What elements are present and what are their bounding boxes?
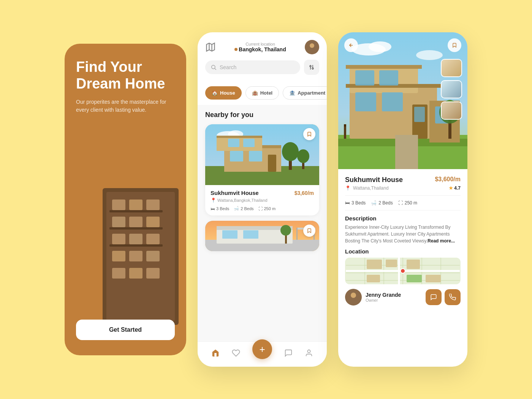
- stat-baths-1: 🛁 2 Beds: [234, 206, 253, 211]
- thumbnail-3-img: [442, 102, 461, 119]
- svg-rect-80: [382, 92, 403, 111]
- svg-rect-20: [109, 227, 128, 230]
- svg-rect-4: [146, 200, 160, 210]
- search-icon: [211, 64, 217, 70]
- save-property-2-button[interactable]: [303, 225, 315, 237]
- nav-favorites[interactable]: [232, 349, 240, 357]
- phone3-hero-image: [338, 32, 467, 169]
- svg-rect-46: [228, 139, 239, 147]
- p3-bath-icon: 🛁: [371, 200, 377, 206]
- property-card-2[interactable]: [205, 221, 319, 251]
- location-value: Bangkok, Thailand: [234, 46, 286, 52]
- owner-avatar-icon: [347, 290, 360, 304]
- p3-location-pin-icon: 📍: [345, 185, 351, 191]
- star-icon: ★: [449, 185, 453, 191]
- hotel-tab-label: Hotel: [260, 90, 273, 96]
- p3-title-row: Sukhumvit House $3,600/m: [345, 176, 461, 184]
- svg-rect-5: [112, 217, 125, 227]
- nav-messages[interactable]: [284, 349, 293, 357]
- size-icon: ⛶: [258, 206, 263, 211]
- svg-rect-50: [268, 155, 276, 172]
- bottom-nav: +: [198, 341, 327, 367]
- save-property-1-button[interactable]: [303, 128, 315, 140]
- svg-rect-16: [146, 268, 160, 279]
- call-owner-button[interactable]: [445, 289, 461, 305]
- svg-rect-103: [386, 260, 397, 267]
- thumbnail-1[interactable]: [441, 59, 462, 77]
- search-input[interactable]: Search: [205, 60, 300, 74]
- phone3-body: Sukhumvit House $3,600/m 📍 Wattana,Thail…: [338, 169, 467, 367]
- p3-description-title: Description: [345, 215, 461, 222]
- property-card-image-1: [205, 124, 319, 185]
- home-nav-icon: [211, 349, 220, 357]
- property-price-1: $3,60/m: [294, 190, 314, 196]
- location-label: Current location: [234, 42, 286, 46]
- svg-rect-12: [129, 251, 142, 261]
- thumbnail-3[interactable]: [441, 101, 462, 120]
- heart-nav-icon: [232, 349, 240, 357]
- svg-rect-102: [367, 260, 382, 269]
- svg-rect-17: [109, 210, 128, 212]
- chat-owner-button[interactable]: [426, 289, 442, 305]
- stat-size-1: ⛶ 250 m: [258, 206, 276, 211]
- svg-rect-82: [414, 107, 425, 122]
- svg-rect-19: [144, 210, 163, 212]
- phone2-header: Current location Bangkok, Thailand: [198, 32, 327, 81]
- back-button[interactable]: [344, 38, 358, 52]
- svg-rect-21: [127, 227, 146, 230]
- tab-hotel[interactable]: 🏨 Hotel: [245, 86, 279, 100]
- svg-rect-107: [407, 275, 422, 282]
- filter-button[interactable]: [304, 60, 319, 75]
- svg-rect-11: [112, 251, 125, 261]
- p3-location-section-title: Location: [345, 248, 461, 255]
- svg-rect-9: [129, 234, 142, 244]
- svg-point-54: [297, 149, 309, 163]
- stat-beds-1: 🛏 3 Beds: [211, 206, 229, 211]
- svg-rect-14: [112, 268, 125, 279]
- phone3-hero-buttons: [344, 38, 461, 52]
- chat-nav-icon: [284, 349, 293, 357]
- svg-rect-25: [144, 244, 163, 247]
- apartment-tab-icon: 🏦: [289, 90, 295, 96]
- svg-rect-79: [355, 92, 376, 111]
- property-card-1[interactable]: Sukhumvit House $3,60/m 📍 Wattana,Bangko…: [205, 124, 319, 215]
- save-hero-button[interactable]: [448, 38, 461, 52]
- svg-rect-2: [112, 200, 125, 210]
- owner-info: Jenny Grande Owner: [366, 292, 422, 302]
- nearby-title: Nearby for you: [205, 111, 319, 119]
- nav-home[interactable]: [211, 349, 220, 357]
- get-started-button[interactable]: Get Started: [76, 320, 175, 340]
- phone1-screen: Find Your Dream Home Our properites are …: [65, 44, 186, 355]
- avatar-icon: [306, 41, 318, 53]
- read-more-link[interactable]: Read more...: [428, 238, 455, 244]
- owner-action-buttons: [426, 289, 461, 305]
- svg-rect-45: [217, 136, 262, 138]
- svg-rect-3: [129, 200, 142, 210]
- tab-house[interactable]: 🏠 House: [205, 86, 242, 100]
- bed-icon: 🛏: [211, 206, 215, 211]
- p3-map[interactable]: [345, 258, 461, 284]
- nav-add-button[interactable]: +: [252, 339, 272, 359]
- thumbnail-2[interactable]: [441, 80, 462, 98]
- p3-bed-icon: 🛏: [345, 200, 350, 206]
- plus-icon: +: [259, 344, 265, 354]
- svg-rect-24: [127, 244, 146, 247]
- phone1-title: Find Your Dream Home: [76, 59, 175, 92]
- p3-owner-row: Jenny Grande Owner: [345, 289, 461, 306]
- thumbnail-2-img: [442, 81, 461, 98]
- p3-stat-size: ⛶ 250 m: [398, 200, 417, 206]
- svg-rect-23: [109, 244, 128, 247]
- avatar[interactable]: [305, 40, 319, 54]
- svg-rect-63: [243, 230, 258, 239]
- property-name-1: Sukhumvit House: [211, 190, 259, 196]
- svg-rect-88: [395, 135, 418, 169]
- tab-apartment[interactable]: 🏦 Appartment: [283, 86, 327, 100]
- property-title-row-1: Sukhumvit House $3,60/m: [211, 190, 314, 196]
- svg-rect-75: [346, 65, 422, 69]
- p3-stat-beds: 🛏 3 Beds: [345, 200, 366, 206]
- owner-role: Owner: [366, 298, 422, 302]
- property-card-image-2: [205, 221, 319, 251]
- svg-line-31: [215, 68, 216, 70]
- nav-profile[interactable]: [305, 349, 313, 357]
- pin-dot: [234, 48, 238, 51]
